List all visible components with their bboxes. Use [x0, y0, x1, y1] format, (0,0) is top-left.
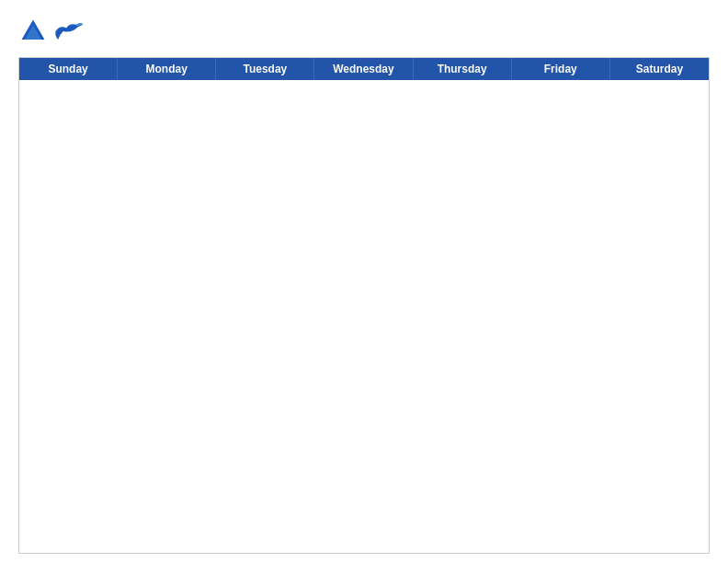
calendar-header: SundayMondayTuesdayWednesdayThursdayFrid… [19, 58, 709, 80]
header-day-thursday: Thursday [414, 58, 512, 80]
header-day-saturday: Saturday [610, 58, 709, 80]
header-day-wednesday: Wednesday [314, 58, 413, 80]
calendar: SundayMondayTuesdayWednesdayThursdayFrid… [18, 57, 710, 554]
header [18, 15, 710, 48]
header-day-monday: Monday [118, 58, 216, 80]
header-day-tuesday: Tuesday [216, 58, 314, 80]
calendar-body [19, 80, 709, 553]
logo-icon [18, 17, 48, 46]
logo-bird-icon [51, 15, 85, 48]
header-day-friday: Friday [512, 58, 610, 80]
logo [18, 15, 88, 48]
page: SundayMondayTuesdayWednesdayThursdayFrid… [0, 0, 728, 563]
header-day-sunday: Sunday [19, 58, 118, 80]
